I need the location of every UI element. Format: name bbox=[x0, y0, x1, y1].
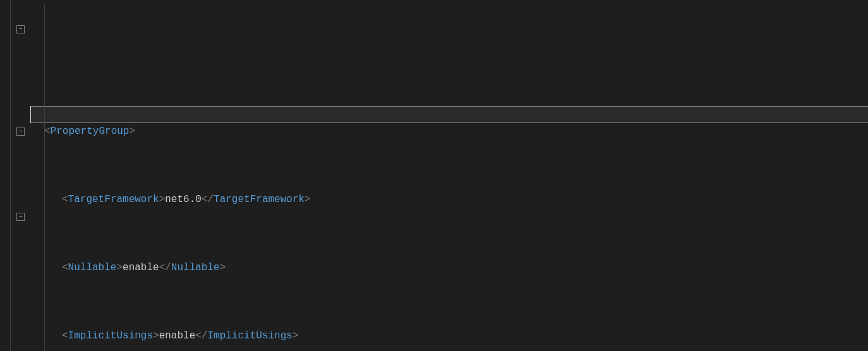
gutter: −−− bbox=[0, 0, 30, 351]
xml-element: <ImplicitUsings>enable</ImplicitUsings> bbox=[30, 328, 868, 345]
fold-toggle[interactable]: − bbox=[16, 213, 25, 221]
xml-element: <Nullable>enable</Nullable> bbox=[30, 259, 868, 277]
fold-toggle[interactable]: − bbox=[16, 25, 25, 33]
caret bbox=[30, 106, 31, 123]
code-area[interactable]: <PropertyGroup> <TargetFramework>net6.0<… bbox=[30, 0, 868, 351]
current-line-highlight bbox=[30, 106, 868, 123]
code-editor[interactable]: −−− <PropertyGroup> <TargetFramework>net… bbox=[0, 0, 868, 351]
xml-open-tag: <PropertyGroup> bbox=[30, 123, 868, 140]
xml-element: <TargetFramework>net6.0</TargetFramework… bbox=[30, 191, 868, 208]
fold-toggle[interactable]: − bbox=[16, 128, 25, 136]
indent-guide bbox=[44, 4, 45, 351]
outline-guide bbox=[10, 0, 11, 351]
